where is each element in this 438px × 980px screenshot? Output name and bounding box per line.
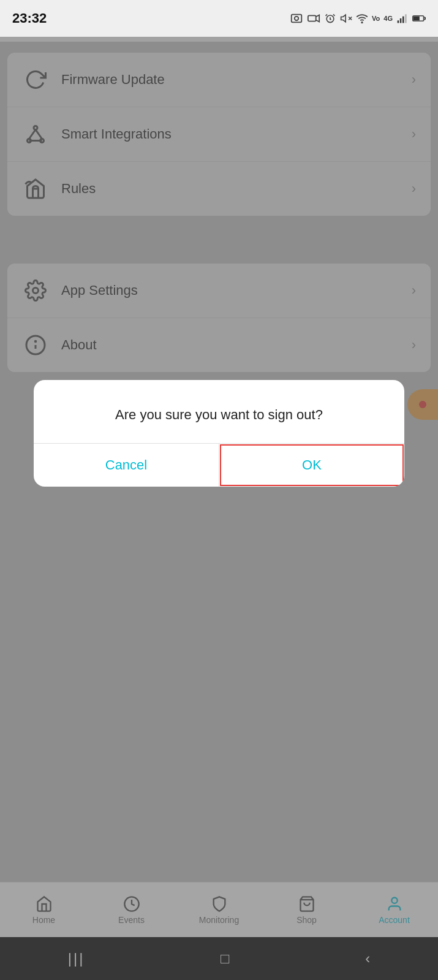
svg-line-4 [326,14,328,16]
dialog-overlay [0,37,438,980]
mute-icon [340,12,352,25]
svg-rect-0 [292,15,302,23]
svg-rect-10 [398,20,399,23]
dialog-buttons: Cancel OK [34,443,404,487]
svg-point-9 [361,22,363,23]
volte-label: Vo [372,15,380,22]
video-icon [307,12,320,25]
svg-rect-18 [413,17,420,21]
svg-point-1 [295,17,298,20]
svg-rect-13 [405,14,407,23]
alarm-icon [324,12,336,25]
status-icons: Vo 4G [290,12,426,25]
svg-rect-11 [400,18,402,23]
4g-label: 4G [383,15,393,22]
status-bar: 23:32 Vo [0,0,438,37]
dialog-message: Are you sure you want to sign out? [34,380,404,443]
ok-button[interactable]: OK [219,444,404,487]
status-time: 23:32 [12,10,47,26]
svg-rect-12 [402,17,404,23]
signal-icon [396,12,409,25]
sign-out-dialog: Are you sure you want to sign out? Cance… [34,380,404,487]
svg-marker-6 [341,15,346,22]
wifi-icon [356,12,368,25]
battery-icon [412,14,426,23]
svg-line-5 [333,14,335,16]
svg-rect-2 [308,15,316,21]
photo-icon [290,12,303,25]
cancel-button[interactable]: Cancel [34,444,219,487]
